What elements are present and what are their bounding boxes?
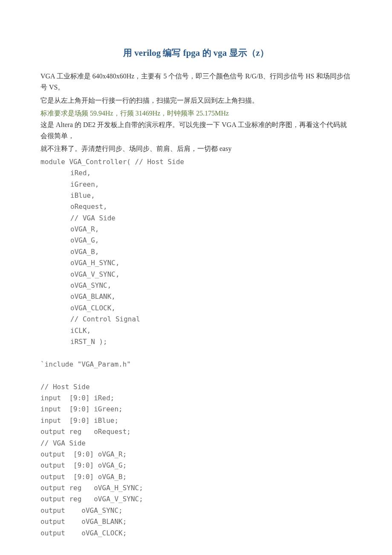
intro-line-1: VGA 工业标准是 640x480x60Hz，主要有 5 个信号，即三个颜色信号… <box>40 71 352 93</box>
code-param: iRST_N ); <box>40 336 352 347</box>
code-param: oVGA_SYNC, <box>40 280 352 291</box>
intro-line-4: 这是 Altera 的 DE2 开发板上自带的演示程序。可以先搜一下 VGA 工… <box>40 119 352 142</box>
code-param: oVGA_BLANK, <box>40 291 352 302</box>
code-decl: output [9:0] oVGA_B; <box>40 471 352 483</box>
code-decl: output reg oVGA_V_SYNC; <box>40 494 352 505</box>
code-decl: output reg oRequest; <box>40 426 352 437</box>
code-decl: // VGA Side <box>40 438 352 449</box>
code-module-declaration: module VGA_Controller( // Host Side <box>40 156 352 168</box>
code-decl: // Host Side <box>40 382 352 393</box>
code-decl: output oVGA_CLOCK; <box>40 528 352 539</box>
code-param: // Control Signal <box>40 314 352 325</box>
code-param: oVGA_H_SYNC, <box>40 257 352 269</box>
code-param: oVGA_R, <box>40 224 352 235</box>
code-decl: output oVGA_BLANK; <box>40 516 352 527</box>
code-param: iGreen, <box>40 179 352 190</box>
code-decl: output [9:0] oVGA_G; <box>40 460 352 471</box>
code-param: iCLK, <box>40 325 352 336</box>
page-title: 用 verilog 编写 fpga 的 vga 显示（z） <box>40 47 352 59</box>
code-blank-line <box>40 347 352 358</box>
code-param: // VGA Side <box>40 213 352 224</box>
code-param: oVGA_B, <box>40 246 352 257</box>
code-param: iBlue, <box>40 190 352 201</box>
code-param: oRequest, <box>40 201 352 212</box>
code-decl: input [9:0] iBlue; <box>40 415 352 426</box>
code-decl: output oVGA_SYNC; <box>40 505 352 516</box>
code-decl: output [9:0] oVGA_R; <box>40 449 352 460</box>
code-blank-line <box>40 370 352 381</box>
intro-line-2: 它是从左上角开始一行接一行的扫描，扫描完一屏后又回到左上角扫描。 <box>40 95 352 106</box>
code-param: iRed, <box>40 168 352 179</box>
code-param: oVGA_G, <box>40 235 352 246</box>
code-decl: input [9:0] iRed; <box>40 393 352 404</box>
document-page: 用 verilog 编写 fpga 的 vga 显示（z） VGA 工业标准是 … <box>0 0 392 555</box>
code-decl: input [9:0] iGreen; <box>40 404 352 415</box>
code-include: `include "VGA_Param.h" <box>40 359 352 370</box>
intro-line-3-highlight: 标准要求是场频 59.94Hz，行频 31469Hz，时钟频率 25.175MH… <box>40 108 352 119</box>
intro-line-5: 就不注释了。弄清楚行同步、场同步、前肩、后肩，一切都 easy <box>40 143 352 154</box>
code-decl: output reg oVGA_H_SYNC; <box>40 483 352 494</box>
code-param: oVGA_V_SYNC, <box>40 269 352 280</box>
code-param: oVGA_CLOCK, <box>40 303 352 314</box>
